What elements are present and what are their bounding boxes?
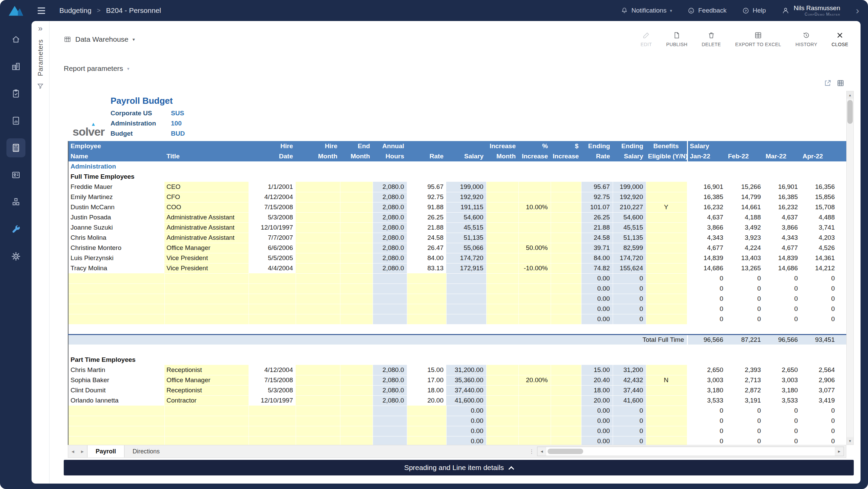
- cell[interactable]: [340, 314, 373, 324]
- scroll-right-icon[interactable]: ►: [835, 447, 844, 456]
- close-button[interactable]: CLOSE: [826, 28, 854, 51]
- cell[interactable]: [164, 273, 249, 283]
- cell[interactable]: [296, 406, 340, 416]
- cell[interactable]: [407, 283, 446, 294]
- cell[interactable]: [486, 304, 518, 314]
- cell[interactable]: [551, 283, 581, 294]
- cell[interactable]: [296, 202, 340, 212]
- cell[interactable]: [551, 375, 581, 385]
- cell[interactable]: Receptionist: [164, 365, 249, 375]
- tab-directions[interactable]: Directions: [124, 445, 168, 457]
- sidebar-item-reports[interactable]: [6, 111, 25, 130]
- cell[interactable]: [486, 202, 518, 212]
- cell[interactable]: [646, 416, 687, 426]
- cell[interactable]: [486, 406, 518, 416]
- cell[interactable]: [486, 212, 518, 222]
- menu-icon[interactable]: [38, 7, 45, 14]
- data-warehouse-dropdown[interactable]: Data Warehouse ▾: [64, 35, 135, 43]
- cell[interactable]: [296, 192, 340, 202]
- solver-logo-icon[interactable]: [0, 4, 32, 17]
- cell[interactable]: [296, 283, 340, 294]
- sidebar-item-organization[interactable]: [6, 57, 25, 76]
- cell[interactable]: [164, 304, 249, 314]
- cell[interactable]: [340, 406, 373, 416]
- cell[interactable]: [646, 406, 687, 416]
- cell[interactable]: [340, 263, 373, 273]
- horizontal-scrollbar[interactable]: ◄ ►: [537, 447, 844, 456]
- cell[interactable]: [296, 253, 340, 263]
- cell[interactable]: [486, 192, 518, 202]
- cell[interactable]: [486, 182, 518, 192]
- cell[interactable]: [646, 395, 687, 406]
- cell[interactable]: [518, 212, 551, 222]
- delete-button[interactable]: DELETE: [696, 28, 726, 51]
- cell[interactable]: [486, 365, 518, 375]
- cell[interactable]: [551, 233, 581, 243]
- cell[interactable]: [340, 375, 373, 385]
- cell[interactable]: [551, 436, 581, 445]
- chevron-right-icon[interactable]: ›: [856, 7, 859, 14]
- cell[interactable]: [518, 314, 551, 324]
- tab-splitter-icon[interactable]: ⋮: [526, 448, 537, 455]
- cell[interactable]: [518, 233, 551, 243]
- cell[interactable]: [249, 294, 296, 304]
- cell[interactable]: [646, 273, 687, 283]
- cell[interactable]: [486, 294, 518, 304]
- cell[interactable]: CEO: [164, 182, 249, 192]
- cell[interactable]: Y: [646, 202, 687, 212]
- cell[interactable]: [551, 182, 581, 192]
- cell[interactable]: [340, 436, 373, 445]
- cell[interactable]: [164, 436, 249, 445]
- cell[interactable]: [68, 294, 164, 304]
- cell[interactable]: [296, 365, 340, 375]
- cell[interactable]: [249, 304, 296, 314]
- cell[interactable]: [340, 304, 373, 314]
- spreading-details-toggle[interactable]: Spreading and Line item details: [64, 460, 854, 475]
- cell[interactable]: [551, 314, 581, 324]
- cell[interactable]: [164, 426, 249, 436]
- cell[interactable]: [486, 395, 518, 406]
- cell[interactable]: CFO: [164, 192, 249, 202]
- history-button[interactable]: HISTORY: [790, 28, 823, 51]
- cell[interactable]: [340, 243, 373, 253]
- cell[interactable]: [486, 263, 518, 273]
- cell[interactable]: [407, 406, 446, 416]
- cell[interactable]: [646, 192, 687, 202]
- grid-view-icon[interactable]: [837, 79, 844, 91]
- cell[interactable]: [551, 406, 581, 416]
- horizontal-scroll-track[interactable]: [546, 447, 835, 456]
- cell[interactable]: [249, 273, 296, 283]
- cell[interactable]: [296, 182, 340, 192]
- scroll-up-icon[interactable]: ▲: [847, 91, 853, 99]
- cell[interactable]: [646, 283, 687, 294]
- scroll-left-icon[interactable]: ◄: [537, 447, 546, 456]
- cell[interactable]: [407, 416, 446, 426]
- cell[interactable]: [340, 233, 373, 243]
- open-external-icon[interactable]: [824, 79, 831, 91]
- cell[interactable]: 20.00%: [518, 375, 551, 385]
- cell[interactable]: [486, 233, 518, 243]
- cell[interactable]: [68, 416, 164, 426]
- vertical-scroll-thumb[interactable]: [847, 100, 853, 124]
- cell[interactable]: [340, 202, 373, 212]
- cell[interactable]: [164, 416, 249, 426]
- cell[interactable]: [296, 426, 340, 436]
- cell[interactable]: [249, 283, 296, 294]
- cell[interactable]: [646, 365, 687, 375]
- cell[interactable]: [486, 243, 518, 253]
- cell[interactable]: [551, 273, 581, 283]
- cell[interactable]: [518, 365, 551, 375]
- cell[interactable]: [296, 233, 340, 243]
- cell[interactable]: [646, 294, 687, 304]
- cell[interactable]: COO: [164, 202, 249, 212]
- cell[interactable]: [551, 426, 581, 436]
- help-button[interactable]: ? Help: [742, 7, 766, 14]
- cell[interactable]: [296, 395, 340, 406]
- cell[interactable]: [164, 283, 249, 294]
- cell[interactable]: [249, 406, 296, 416]
- cell[interactable]: [164, 314, 249, 324]
- cell[interactable]: [551, 202, 581, 212]
- cell[interactable]: Administrative Assistant: [164, 222, 249, 233]
- report-parameters-toggle[interactable]: Report parameters ▾: [64, 58, 854, 79]
- cell[interactable]: [407, 426, 446, 436]
